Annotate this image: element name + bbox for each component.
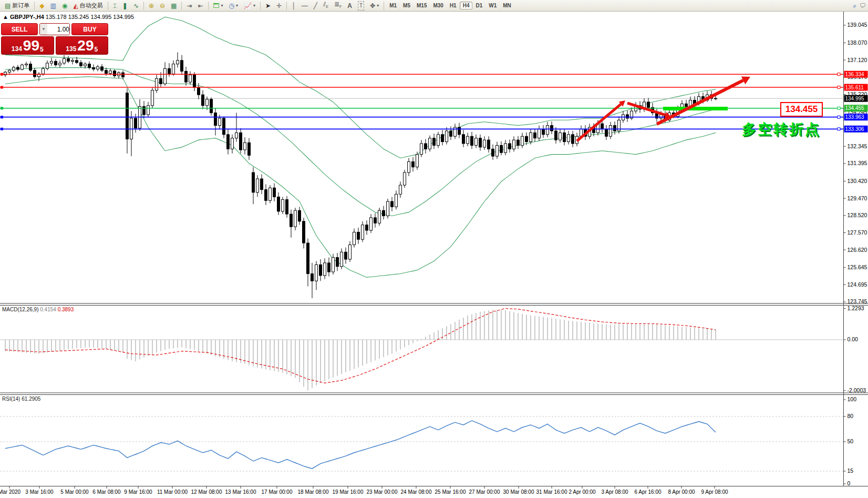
sell-price-sup: 5	[40, 46, 44, 53]
svg-text:100: 100	[848, 396, 857, 402]
buy-price-sup: 5	[95, 46, 98, 53]
volume-spinner: ▼ ▲	[39, 23, 70, 35]
volume-decrease-button[interactable]: ▼	[40, 24, 47, 35]
one-click-trading-panel: SELL ▼ ▲ BUY 134995 135295	[1, 23, 108, 55]
price-close: 134.995	[113, 14, 134, 20]
svg-text:Mar 2020: Mar 2020	[0, 489, 21, 495]
svg-text:50: 50	[848, 438, 854, 444]
svg-text:27 Mar 00:00: 27 Mar 00:00	[469, 489, 500, 495]
svg-text:15: 15	[848, 467, 854, 474]
axis-badge-136.334: 136.334	[844, 71, 868, 78]
svg-text:130.420: 130.420	[848, 178, 867, 184]
svg-text:137.120: 137.120	[848, 57, 867, 63]
svg-text:9 Apr 08:00: 9 Apr 08:00	[701, 489, 728, 495]
axis-badge-134.995: 134.995	[844, 95, 868, 102]
rsi-label: RSI(14) 61.2905	[2, 396, 40, 402]
svg-text:13 Mar 16:00: 13 Mar 16:00	[225, 489, 256, 495]
svg-text:9 Mar 16:00: 9 Mar 16:00	[124, 489, 152, 495]
svg-text:2 Apr 00:00: 2 Apr 00:00	[569, 489, 596, 495]
svg-text:19 Mar 16:00: 19 Mar 16:00	[333, 489, 364, 495]
svg-text:24 Mar 08:00: 24 Mar 08:00	[401, 489, 432, 495]
svg-text:133.306: 133.306	[845, 126, 865, 132]
svg-text:128.520: 128.520	[848, 212, 867, 218]
svg-text:0.00: 0.00	[848, 336, 859, 342]
axis-badge-135.611: 135.611	[844, 84, 868, 91]
buy-price-tile[interactable]: 135295	[56, 36, 109, 55]
svg-text:123.745: 123.745	[848, 298, 867, 304]
svg-text:125.645: 125.645	[848, 264, 867, 270]
svg-text:127.570: 127.570	[848, 229, 867, 236]
symbol-info-line: ▲ GBPJPY-,H4 135.178 135.245 134.995 134…	[3, 14, 134, 20]
svg-text:139.045: 139.045	[848, 22, 867, 28]
svg-text:6 Apr 16:00: 6 Apr 16:00	[634, 489, 662, 495]
svg-text:134.455: 134.455	[845, 105, 865, 111]
axis-badge-133.306: 133.306	[844, 126, 868, 133]
svg-text:30 Mar 08:00: 30 Mar 08:00	[503, 489, 534, 495]
buy-button[interactable]: BUY	[71, 23, 108, 35]
svg-text:0: 0	[848, 480, 851, 486]
sell-price-big: 99	[23, 39, 39, 53]
svg-text:23 Mar 00:00: 23 Mar 00:00	[367, 489, 398, 495]
svg-text:131.395: 131.395	[848, 160, 867, 166]
svg-text:3 Apr 08:00: 3 Apr 08:00	[601, 489, 628, 495]
svg-text:80: 80	[848, 413, 854, 419]
svg-text:129.470: 129.470	[848, 195, 867, 201]
svg-text:6 Mar 08:00: 6 Mar 08:00	[92, 489, 121, 495]
svg-text:5 Mar 00:00: 5 Mar 00:00	[60, 489, 89, 495]
sell-button[interactable]: SELL	[1, 23, 38, 35]
chart-canvas[interactable]: 139.045138.070137.120136.170135.220134.2…	[0, 0, 868, 498]
price-callout-box[interactable]: 134.455	[780, 102, 823, 117]
svg-text:-2.0003: -2.0003	[848, 387, 866, 393]
price-open: 135.178	[46, 14, 67, 20]
svg-text:136.334: 136.334	[845, 72, 865, 77]
axis-badge-134.455: 134.455	[844, 105, 868, 111]
svg-text:25 Mar 16:00: 25 Mar 16:00	[435, 489, 466, 495]
axis-badge-133.963: 133.963	[844, 114, 868, 120]
svg-text:17 Mar 00:00: 17 Mar 00:00	[262, 489, 293, 495]
svg-text:135.611: 135.611	[845, 85, 864, 90]
svg-text:31 Mar 16:00: 31 Mar 16:00	[536, 489, 567, 495]
mt4-terminal: ▤ 新订单 ◆ ▥ ◉ ◭ 自动交易 ⌶ ❚ ∿ ⊕ ⊖ ▦ ⇥ ⇤ 🗔▾ ◷▾…	[0, 0, 868, 498]
svg-text:3 Mar 16:00: 3 Mar 16:00	[25, 489, 54, 495]
buy-price-big: 29	[77, 39, 94, 53]
volume-input[interactable]	[47, 24, 70, 35]
svg-text:11 Mar 00:00: 11 Mar 00:00	[157, 489, 188, 495]
svg-text:133.963: 133.963	[845, 114, 865, 120]
price-low: 134.995	[90, 14, 111, 20]
support-highlight-bar[interactable]	[663, 107, 728, 110]
sell-price-tile[interactable]: 134995	[1, 36, 54, 55]
svg-text:138.070: 138.070	[848, 39, 867, 46]
symbol-name: GBPJPY-,H4	[10, 14, 44, 20]
svg-text:18 Mar 08:00: 18 Mar 08:00	[298, 489, 329, 495]
svg-text:12 Mar 08:00: 12 Mar 08:00	[191, 489, 222, 495]
svg-text:124.695: 124.695	[848, 281, 867, 288]
price-high: 135.245	[68, 14, 89, 20]
collapse-arrow-icon[interactable]: ▲	[3, 14, 8, 20]
buy-price-small: 135	[66, 45, 76, 53]
macd-label: MACD(12,26,9) 0.4154 0.3893	[2, 307, 74, 312]
turning-point-annotation[interactable]: 多空转折点	[742, 120, 821, 139]
sell-price-small: 134	[12, 45, 22, 53]
svg-text:126.620: 126.620	[848, 247, 867, 253]
svg-text:1.2293: 1.2293	[848, 305, 864, 311]
svg-text:132.345: 132.345	[848, 143, 867, 149]
svg-text:8 Apr 00:00: 8 Apr 00:00	[668, 489, 695, 495]
svg-text:134.995: 134.995	[845, 96, 865, 101]
